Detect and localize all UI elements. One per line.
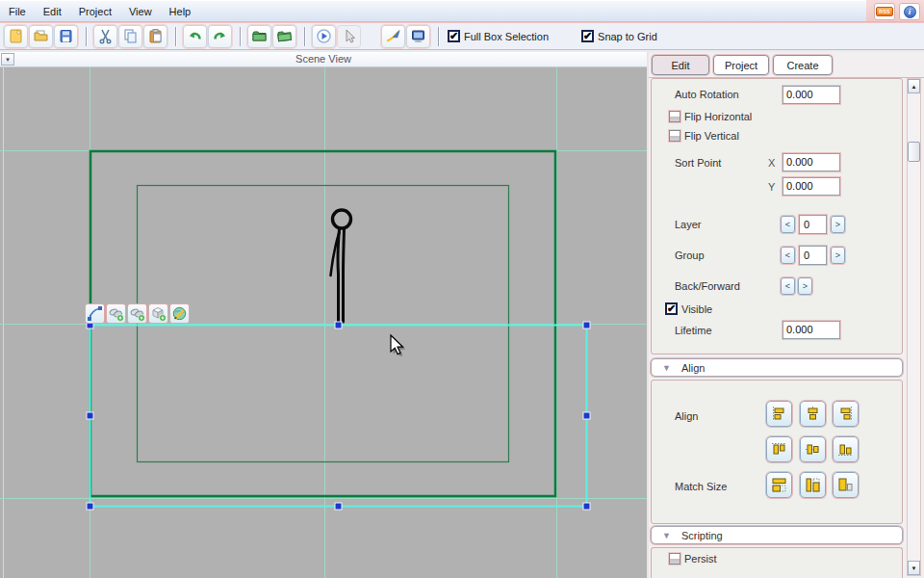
- handle-top-right[interactable]: [583, 322, 590, 328]
- copy-button[interactable]: [118, 25, 142, 48]
- group-value-field[interactable]: 0: [799, 246, 827, 265]
- add-link-button[interactable]: [106, 303, 126, 324]
- tab-edit[interactable]: Edit: [652, 55, 709, 75]
- handle-middle-right[interactable]: [583, 412, 590, 419]
- rss-button[interactable]: RSS: [874, 3, 895, 20]
- menu-file[interactable]: File: [0, 1, 35, 22]
- snap-to-grid-label: Snap to Grid: [598, 31, 657, 42]
- object-quick-toolbar: [85, 303, 190, 324]
- auto-rotation-input[interactable]: 0.000: [783, 86, 840, 104]
- info-icon: i: [904, 6, 916, 18]
- scroll-up-button[interactable]: ▲: [908, 79, 920, 93]
- scroll-thumb[interactable]: [908, 142, 920, 162]
- tab-project[interactable]: Project: [713, 55, 769, 75]
- visible-checkbox[interactable]: ✔: [665, 302, 678, 315]
- sort-point-y-label: Y: [768, 181, 775, 193]
- flip-vertical-label: Flip Vertical: [684, 130, 739, 142]
- menu-bar: File Edit Project View Help: [0, 0, 924, 21]
- sort-point-x-input[interactable]: 0.000: [783, 153, 840, 171]
- select-cursor-icon: [341, 28, 357, 44]
- copy-icon: [122, 28, 139, 44]
- handle-middle-left[interactable]: [87, 412, 93, 419]
- full-box-selection-checkbox[interactable]: ✔ Full Box Selection: [448, 30, 549, 42]
- menu-view[interactable]: View: [120, 1, 161, 22]
- undo-icon: [187, 28, 203, 44]
- layer-value-field[interactable]: 0: [799, 215, 827, 234]
- align-top-button[interactable]: [766, 436, 792, 462]
- cut-button[interactable]: [93, 25, 117, 48]
- scene-canvas[interactable]: [0, 67, 647, 578]
- edit-mode-button[interactable]: [381, 25, 405, 48]
- group-increment-button[interactable]: >: [831, 247, 845, 264]
- scene-header-menu-button[interactable]: ▾: [1, 53, 14, 66]
- handle-bottom-center[interactable]: [335, 503, 342, 510]
- about-button[interactable]: i: [899, 3, 920, 20]
- menu-help[interactable]: Help: [161, 1, 200, 22]
- toolbar-separator: [240, 27, 241, 46]
- match-width-button[interactable]: [766, 472, 792, 498]
- export-folder-button[interactable]: [272, 25, 296, 48]
- match-size-button[interactable]: [833, 472, 859, 498]
- add-link-icon: [108, 305, 124, 322]
- handle-bottom-left[interactable]: [87, 503, 93, 510]
- play-icon: [316, 28, 332, 44]
- add-object-button[interactable]: [148, 303, 168, 324]
- align-center-horizontal-button[interactable]: [800, 401, 826, 427]
- edit-world-button[interactable]: [169, 303, 190, 324]
- folder-in-icon: [251, 28, 268, 44]
- select-tool-button[interactable]: [337, 25, 361, 48]
- checkbox-check-icon: ✔: [448, 30, 460, 42]
- match-height-button[interactable]: [800, 472, 826, 498]
- toolbar-separator: [86, 27, 87, 46]
- align-right-button[interactable]: [833, 401, 859, 427]
- persist-checkbox[interactable]: [669, 553, 680, 565]
- sort-point-y-input[interactable]: 0.000: [783, 177, 840, 196]
- align-bottom-button[interactable]: [833, 436, 859, 462]
- flip-vertical-checkbox[interactable]: [669, 130, 680, 142]
- align-top-icon: [771, 441, 787, 458]
- align-right-icon: [837, 406, 854, 422]
- scripting-section-header[interactable]: ▼ Scripting: [651, 526, 903, 544]
- handle-top-center[interactable]: [335, 322, 342, 328]
- collapse-triangle-icon: ▼: [662, 531, 671, 540]
- paste-icon: [147, 28, 164, 44]
- match-size-icon: [837, 477, 854, 493]
- import-folder-button[interactable]: [247, 25, 271, 48]
- scene-view-title: Scene View: [295, 53, 351, 65]
- run-preview-button[interactable]: [312, 25, 336, 48]
- preview-screen-button[interactable]: [406, 25, 430, 48]
- tab-create[interactable]: Create: [773, 55, 833, 75]
- toolbar-separator: [304, 27, 305, 46]
- panel-scrollbar[interactable]: ▲ ▼: [907, 78, 921, 576]
- back-forward-label: Back/Forward: [675, 280, 740, 292]
- align-section-header[interactable]: ▼ Align: [651, 358, 903, 377]
- scroll-down-button[interactable]: ▼: [908, 561, 920, 575]
- layer-label: Layer: [675, 219, 702, 230]
- layer-decrement-button[interactable]: <: [781, 216, 795, 233]
- save-button[interactable]: [54, 25, 78, 48]
- group-decrement-button[interactable]: <: [781, 247, 795, 264]
- undo-button[interactable]: [183, 25, 207, 48]
- new-project-button[interactable]: [4, 25, 28, 48]
- sort-point-label: Sort Point: [675, 157, 721, 169]
- handle-bottom-right[interactable]: [583, 503, 590, 510]
- send-back-button[interactable]: <: [781, 277, 795, 295]
- align-left-button[interactable]: [766, 401, 792, 427]
- snap-to-grid-checkbox[interactable]: ✔ Snap to Grid: [581, 30, 657, 42]
- add-link-2-button[interactable]: [127, 303, 147, 324]
- align-bottom-icon: [837, 441, 854, 458]
- bring-forward-button[interactable]: >: [798, 277, 812, 295]
- layer-increment-button[interactable]: >: [831, 216, 845, 233]
- menu-edit[interactable]: Edit: [35, 1, 70, 22]
- flip-horizontal-checkbox[interactable]: [669, 111, 680, 122]
- flip-horizontal-label: Flip Horizontal: [684, 111, 752, 122]
- open-project-button[interactable]: [29, 25, 53, 48]
- pen-icon: [385, 28, 401, 44]
- lifetime-input[interactable]: 0.000: [783, 321, 840, 339]
- menu-project[interactable]: Project: [70, 1, 120, 22]
- align-middle-button[interactable]: [800, 436, 826, 462]
- redo-button[interactable]: [208, 25, 232, 48]
- paste-button[interactable]: [143, 25, 167, 48]
- open-folder-icon: [33, 28, 49, 44]
- edit-curve-button[interactable]: [85, 303, 105, 324]
